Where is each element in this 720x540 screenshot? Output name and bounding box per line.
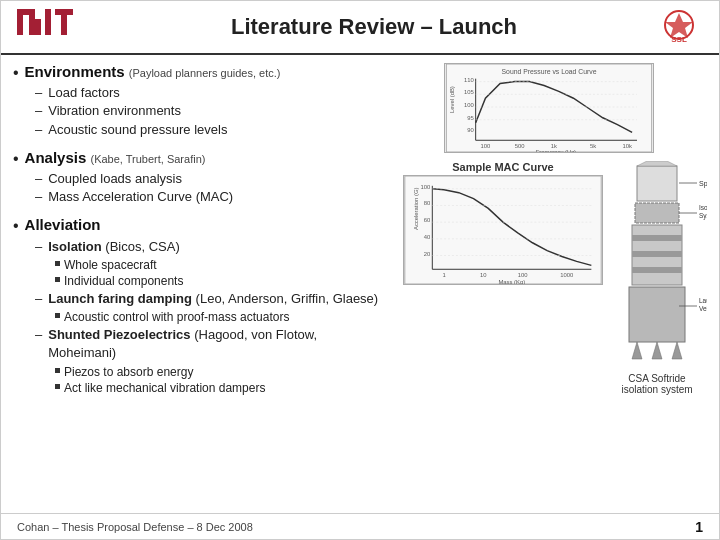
damping-subitems: Acoustic control with proof-mass actuato… (55, 309, 383, 326)
env-item-1: – Load factors (35, 84, 383, 102)
isolation-sub-1: Whole spacecraft (55, 257, 383, 274)
svg-rect-2 (29, 9, 35, 35)
page-number: 1 (695, 519, 703, 535)
svg-text:Vehicle: Vehicle (699, 305, 707, 312)
alleviation-title: Alleviation (25, 216, 101, 233)
svg-text:90: 90 (467, 127, 474, 133)
svg-text:10k: 10k (622, 143, 632, 149)
svg-rect-54 (632, 251, 682, 257)
isolation-subitems: Whole spacecraft Individual components (55, 257, 383, 291)
isolation-sub-2: Individual components (55, 273, 383, 290)
svg-marker-57 (632, 342, 642, 359)
damping-subtitle: (Leo, Anderson, Griffin, Glaese) (196, 291, 379, 306)
svg-marker-58 (652, 342, 662, 359)
right-column: Sound Pressure vs Load Curve 110 105 100… (391, 63, 707, 509)
alleviation-damping: – Launch faring damping (Leo, Anderson, … (35, 290, 383, 308)
footer-citation: Cohan – Thesis Proposal Defense – 8 Dec … (17, 521, 253, 533)
square-bullet-4 (55, 368, 60, 373)
piezo-sub-1: Piezos to absorb energy (55, 364, 383, 381)
svg-text:500: 500 (515, 143, 526, 149)
svg-marker-50 (637, 161, 677, 166)
environments-title: Environments (Payload planners guides, e… (25, 63, 281, 80)
analysis-section: • Analysis (Kabe, Trubert, Sarafin) – Co… (13, 149, 383, 207)
svg-rect-10 (446, 64, 651, 152)
svg-text:80: 80 (424, 200, 431, 206)
sound-pressure-chart-container: Sound Pressure vs Load Curve 110 105 100… (391, 63, 707, 157)
bullet-analysis: • (13, 149, 19, 168)
left-column: • Environments (Payload planners guides,… (13, 63, 383, 509)
bullet-environments: • (13, 63, 19, 82)
svg-text:100: 100 (481, 143, 492, 149)
alleviation-piezo: – Shunted Piezoelectrics (Hagood, von Fl… (35, 326, 383, 362)
sound-pressure-chart: Sound Pressure vs Load Curve 110 105 100… (444, 63, 654, 153)
square-bullet-1 (55, 261, 60, 266)
piezo-sub-2: Act like mechanical vibration dampers (55, 380, 383, 397)
environments-subtitle: (Payload planners guides, etc.) (129, 67, 281, 79)
damping-sub-1: Acoustic control with proof-mass actuato… (55, 309, 383, 326)
svg-rect-49 (637, 166, 677, 201)
analysis-item-1: – Coupled loads analysis (35, 170, 383, 188)
alleviation-items: – Isolation (Bicos, CSA) Whole spacecraf… (35, 238, 383, 398)
svg-text:95: 95 (467, 115, 474, 121)
svg-rect-56 (629, 287, 685, 342)
svg-text:Launch: Launch (699, 297, 707, 304)
slide-title: Literature Review – Launch (93, 14, 655, 40)
mac-label: Sample MAC Curve (403, 161, 603, 173)
svg-text:100: 100 (421, 184, 432, 190)
env-item-2: – Vibration environments (35, 102, 383, 120)
svg-rect-55 (632, 267, 682, 273)
footer: Cohan – Thesis Proposal Defense – 8 Dec … (1, 513, 719, 539)
svg-text:1000: 1000 (560, 272, 574, 278)
svg-text:Sound Pressure vs Load Curve: Sound Pressure vs Load Curve (502, 68, 597, 75)
analysis-items: – Coupled loads analysis – Mass Accelera… (35, 170, 383, 206)
svg-text:SSL: SSL (671, 35, 687, 44)
svg-text:100: 100 (464, 102, 475, 108)
environments-items: – Load factors – Vibration environments … (35, 84, 383, 139)
piezo-subitems: Piezos to absorb energy Act like mechani… (55, 364, 383, 398)
svg-text:Spacecraft: Spacecraft (699, 180, 707, 188)
svg-text:Acceleration (G): Acceleration (G) (413, 188, 419, 230)
analysis-title: Analysis (Kabe, Trubert, Sarafin) (25, 149, 206, 166)
analysis-item-2: – Mass Acceleration Curve (MAC) (35, 188, 383, 206)
spacecraft-diagram: Spacecraft Isolation System Launch Vehic… (607, 161, 707, 395)
alleviation-isolation: – Isolation (Bicos, CSA) (35, 238, 383, 256)
svg-text:110: 110 (464, 77, 475, 83)
main-content: • Environments (Payload planners guides,… (1, 55, 719, 513)
svg-rect-4 (45, 9, 51, 35)
square-bullet-2 (55, 277, 60, 282)
mit-logo (17, 9, 77, 45)
env-item-3: – Acoustic sound pressure levels (35, 121, 383, 139)
square-bullet-3 (55, 313, 60, 318)
spacecraft-svg: Spacecraft Isolation System Launch Vehic… (607, 161, 707, 371)
svg-text:Mass (Kg): Mass (Kg) (498, 279, 525, 284)
svg-rect-53 (632, 235, 682, 241)
svg-marker-59 (672, 342, 682, 359)
slide: Literature Review – Launch SSL • Environ… (0, 0, 720, 540)
mac-chart-area: Sample MAC Curve 100 80 60 40 2 (403, 161, 603, 285)
ssl-logo: SSL (655, 8, 703, 46)
svg-text:Isolation: Isolation (699, 204, 707, 211)
svg-text:Frequency (Hz): Frequency (Hz) (536, 149, 576, 152)
analysis-subtitle: (Kabe, Trubert, Sarafin) (90, 153, 205, 165)
header: Literature Review – Launch SSL (1, 1, 719, 55)
alleviation-section: • Alleviation – Isolation (Bicos, CSA) (13, 216, 383, 397)
svg-text:1: 1 (442, 272, 445, 278)
svg-rect-30 (405, 176, 601, 284)
svg-text:60: 60 (424, 217, 431, 223)
bullet-alleviation: • (13, 216, 19, 235)
svg-rect-6 (61, 9, 67, 35)
svg-text:105: 105 (464, 89, 475, 95)
square-bullet-5 (55, 384, 60, 389)
mac-spacecraft-row: Sample MAC Curve 100 80 60 40 2 (403, 161, 707, 395)
svg-text:40: 40 (424, 234, 431, 240)
environments-section: • Environments (Payload planners guides,… (13, 63, 383, 139)
svg-text:20: 20 (424, 251, 431, 257)
csa-note: CSA Softride isolation system (621, 373, 692, 395)
svg-text:System: System (699, 212, 707, 220)
svg-text:100: 100 (518, 272, 529, 278)
svg-text:10: 10 (480, 272, 487, 278)
svg-rect-3 (35, 19, 41, 35)
svg-text:5k: 5k (590, 143, 596, 149)
svg-text:Level (dB): Level (dB) (449, 86, 455, 113)
isolation-subtitle: (Bicos, CSA) (105, 239, 179, 254)
